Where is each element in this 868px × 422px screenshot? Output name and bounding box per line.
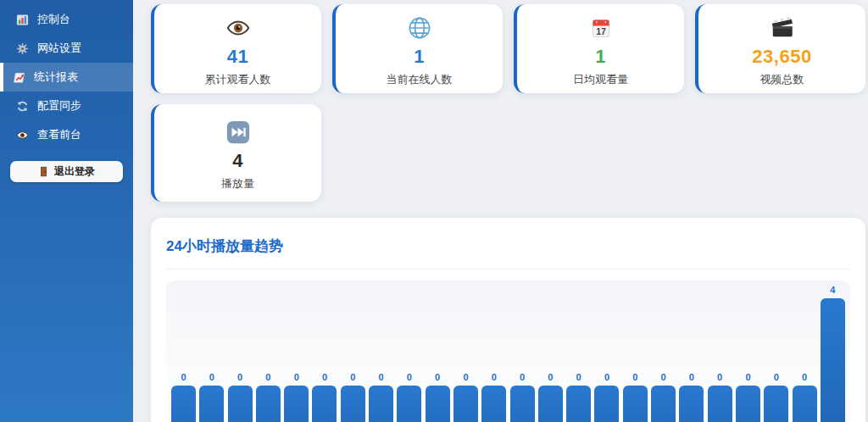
stat-label: 累计观看人数 [205, 72, 271, 87]
bar-rect [736, 386, 760, 422]
bar-value-label: 0 [407, 372, 412, 382]
stat-card-play-count: 4 播放量 [151, 104, 321, 202]
main-content: 41 累计观看人数 1 当前在线人数 17 1 日均观看量 [133, 0, 868, 422]
sidebar-item-site-settings[interactable]: 网站设置 [0, 34, 133, 63]
sidebar-item-label: 配置同步 [37, 98, 81, 114]
bar-rect [228, 386, 253, 422]
bar-value-label: 0 [463, 372, 468, 382]
bar: 0 [594, 372, 619, 422]
bar: 0 [510, 372, 535, 422]
sidebar-item-label: 统计报表 [34, 69, 78, 85]
bar-rect [538, 386, 563, 422]
bar-chart-icon [16, 14, 29, 26]
bar-value-label: 0 [322, 372, 327, 382]
eye-icon [16, 129, 29, 142]
stat-value: 23,650 [752, 46, 811, 68]
bar: 0 [171, 372, 196, 422]
stat-card-total-videos: 23,650 视频总数 [695, 4, 865, 93]
bar-rect [481, 386, 506, 422]
bar: 0 [397, 372, 421, 422]
chart-up-icon [13, 71, 25, 84]
bar-value-label: 0 [548, 372, 553, 382]
bar-chart-plot-area: 000000000000000000000004 [166, 280, 850, 422]
sidebar-item-config-sync[interactable]: 配置同步 [0, 92, 133, 120]
sidebar-item-label: 查看前台 [37, 127, 81, 142]
eye-icon [225, 15, 251, 41]
stat-label: 日均观看量 [573, 72, 628, 87]
stat-label: 视频总数 [760, 72, 804, 87]
stat-card-online-users: 1 当前在线人数 [332, 4, 503, 93]
bar-value-label: 0 [774, 372, 779, 382]
stat-card-daily-views: 17 1 日均观看量 [514, 4, 684, 93]
bar-value-label: 0 [294, 372, 299, 382]
bar: 0 [793, 372, 817, 422]
bar: 0 [453, 372, 478, 422]
bar: 0 [764, 372, 788, 422]
bar-value-label: 0 [209, 372, 214, 382]
bar-rect [426, 386, 450, 422]
stat-value: 1 [595, 46, 606, 68]
bar: 0 [369, 372, 393, 422]
bar-value-label: 4 [830, 285, 835, 295]
sidebar-item-view-frontend[interactable]: 查看前台 [0, 120, 133, 149]
bar-rect [821, 298, 845, 422]
bar-rect [708, 386, 732, 422]
stat-label: 当前在线人数 [387, 72, 453, 87]
chart-divider [166, 269, 850, 269]
bar-value-label: 0 [745, 372, 750, 382]
calendar-icon: 17 [589, 15, 613, 41]
bar-rect [397, 386, 421, 422]
logout-button[interactable]: 退出登录 [10, 161, 123, 182]
sidebar-item-console[interactable]: 控制台 [0, 5, 133, 34]
bar: 0 [736, 372, 760, 422]
admin-dashboard: 控制台 网站设置 统计报表 配置同步 查看前台 [0, 0, 868, 422]
bar-rect [199, 386, 224, 422]
bar-rect [566, 386, 591, 422]
bar-value-label: 0 [350, 372, 355, 382]
stat-value: 4 [232, 150, 243, 172]
chart-card: 24小时播放量趋势 000000000000000000000004 [151, 218, 865, 422]
bar-value-label: 0 [689, 372, 694, 382]
stat-value: 1 [414, 46, 425, 68]
bar-value-label: 0 [604, 372, 609, 382]
bar-value-label: 0 [237, 372, 242, 382]
bar-rect [679, 386, 704, 422]
bar: 0 [256, 372, 281, 422]
bar: 0 [312, 372, 337, 422]
sidebar: 控制台 网站设置 统计报表 配置同步 查看前台 [0, 0, 133, 422]
gear-icon [16, 42, 29, 55]
bar-value-label: 0 [576, 372, 581, 382]
bar-value-label: 0 [265, 372, 270, 382]
bar: 0 [679, 372, 704, 422]
sync-icon [16, 100, 29, 113]
stat-cards-row-1: 41 累计观看人数 1 当前在线人数 17 1 日均观看量 [151, 4, 868, 93]
bar-chart: 000000000000000000000004 [171, 280, 845, 422]
logout-label: 退出登录 [54, 164, 95, 179]
bar-rect [284, 386, 309, 422]
bar: 0 [481, 372, 506, 422]
bar-rect [594, 386, 619, 422]
bar: 0 [228, 372, 253, 422]
bar-rect [256, 386, 281, 422]
chart-title: 24小时播放量趋势 [166, 236, 850, 256]
bar-value-label: 0 [435, 372, 440, 382]
bar-value-label: 0 [717, 372, 722, 382]
clapperboard-icon [770, 15, 795, 41]
bar: 0 [623, 372, 648, 422]
door-icon [38, 166, 49, 177]
sidebar-item-label: 控制台 [37, 12, 70, 27]
bar-value-label: 0 [660, 372, 665, 382]
bar: 0 [566, 372, 591, 422]
bar: 0 [538, 372, 563, 422]
bar-rect [341, 386, 365, 422]
bar: 0 [199, 372, 224, 422]
globe-icon [407, 15, 432, 41]
bar-rect [764, 386, 788, 422]
bar: 0 [708, 372, 732, 422]
sidebar-item-statistics[interactable]: 统计报表 [0, 63, 133, 92]
stat-cards-row-2: 4 播放量 [151, 104, 868, 202]
stat-card-total-viewers: 41 累计观看人数 [151, 4, 321, 93]
bar-rect [793, 386, 817, 422]
bar-value-label: 0 [520, 372, 525, 382]
stat-value: 41 [227, 46, 248, 68]
